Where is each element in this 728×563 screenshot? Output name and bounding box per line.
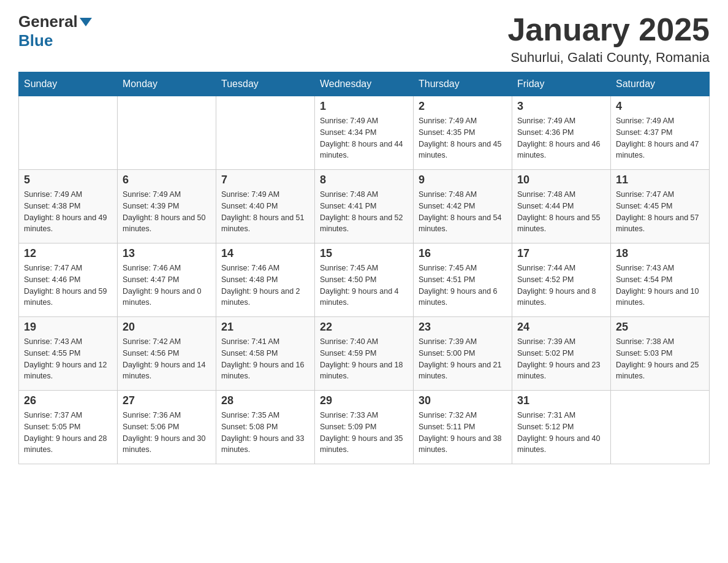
calendar-cell — [118, 96, 216, 170]
calendar-cell: 4Sunrise: 7:49 AM Sunset: 4:37 PM Daylig… — [611, 96, 710, 170]
day-number: 27 — [123, 394, 211, 407]
day-number: 1 — [320, 100, 408, 113]
calendar-week-row: 26Sunrise: 7:37 AM Sunset: 5:05 PM Dayli… — [19, 391, 710, 464]
day-number: 26 — [24, 394, 112, 407]
day-info: Sunrise: 7:44 AM Sunset: 4:52 PM Dayligh… — [517, 262, 605, 308]
day-number: 13 — [123, 247, 211, 260]
day-number: 5 — [24, 174, 112, 186]
location-subtitle: Suhurlui, Galati County, Romania — [507, 50, 710, 66]
logo: General General Blue — [18, 12, 94, 50]
calendar-cell: 28Sunrise: 7:35 AM Sunset: 5:08 PM Dayli… — [216, 391, 315, 464]
calendar-cell: 24Sunrise: 7:39 AM Sunset: 5:02 PM Dayli… — [512, 317, 611, 391]
day-info: Sunrise: 7:41 AM Sunset: 4:58 PM Dayligh… — [221, 336, 309, 382]
calendar-cell: 25Sunrise: 7:38 AM Sunset: 5:03 PM Dayli… — [611, 317, 710, 391]
day-info: Sunrise: 7:49 AM Sunset: 4:36 PM Dayligh… — [517, 115, 605, 161]
calendar-cell: 29Sunrise: 7:33 AM Sunset: 5:09 PM Dayli… — [315, 391, 414, 464]
calendar-cell: 7Sunrise: 7:49 AM Sunset: 4:40 PM Daylig… — [216, 170, 315, 243]
calendar-cell — [19, 96, 118, 170]
day-number: 6 — [123, 174, 211, 186]
day-info: Sunrise: 7:45 AM Sunset: 4:50 PM Dayligh… — [320, 262, 408, 308]
day-number: 8 — [320, 174, 408, 186]
day-info: Sunrise: 7:37 AM Sunset: 5:05 PM Dayligh… — [24, 410, 112, 456]
calendar-cell: 15Sunrise: 7:45 AM Sunset: 4:50 PM Dayli… — [315, 243, 414, 317]
day-info: Sunrise: 7:49 AM Sunset: 4:39 PM Dayligh… — [123, 189, 211, 235]
header: General General Blue January 2025 Suhurl… — [18, 12, 710, 66]
header-day-monday: Monday — [118, 72, 216, 96]
day-info: Sunrise: 7:46 AM Sunset: 4:47 PM Dayligh… — [123, 262, 211, 308]
calendar-cell: 16Sunrise: 7:45 AM Sunset: 4:51 PM Dayli… — [414, 243, 512, 317]
day-info: Sunrise: 7:49 AM Sunset: 4:38 PM Dayligh… — [24, 189, 112, 235]
calendar-cell: 19Sunrise: 7:43 AM Sunset: 4:55 PM Dayli… — [19, 317, 118, 391]
header-day-tuesday: Tuesday — [216, 72, 315, 96]
header-day-saturday: Saturday — [611, 72, 710, 96]
day-info: Sunrise: 7:42 AM Sunset: 4:56 PM Dayligh… — [123, 336, 211, 382]
calendar-cell: 13Sunrise: 7:46 AM Sunset: 4:47 PM Dayli… — [118, 243, 216, 317]
calendar-table: SundayMondayTuesdayWednesdayThursdayFrid… — [18, 72, 710, 464]
day-info: Sunrise: 7:48 AM Sunset: 4:41 PM Dayligh… — [320, 189, 408, 235]
day-number: 3 — [517, 100, 605, 113]
day-info: Sunrise: 7:48 AM Sunset: 4:44 PM Dayligh… — [517, 189, 605, 235]
day-number: 4 — [616, 100, 704, 113]
month-title: January 2025 — [507, 12, 710, 47]
calendar-week-row: 12Sunrise: 7:47 AM Sunset: 4:46 PM Dayli… — [19, 243, 710, 317]
calendar-week-row: 5Sunrise: 7:49 AM Sunset: 4:38 PM Daylig… — [19, 170, 710, 243]
calendar-cell: 12Sunrise: 7:47 AM Sunset: 4:46 PM Dayli… — [19, 243, 118, 317]
day-info: Sunrise: 7:45 AM Sunset: 4:51 PM Dayligh… — [419, 262, 507, 308]
calendar-cell: 22Sunrise: 7:40 AM Sunset: 4:59 PM Dayli… — [315, 317, 414, 391]
day-number: 20 — [123, 321, 211, 334]
calendar-cell: 10Sunrise: 7:48 AM Sunset: 4:44 PM Dayli… — [512, 170, 611, 243]
day-info: Sunrise: 7:49 AM Sunset: 4:34 PM Dayligh… — [320, 115, 408, 161]
day-info: Sunrise: 7:49 AM Sunset: 4:35 PM Dayligh… — [419, 115, 507, 161]
calendar-cell: 27Sunrise: 7:36 AM Sunset: 5:06 PM Dayli… — [118, 391, 216, 464]
day-info: Sunrise: 7:31 AM Sunset: 5:12 PM Dayligh… — [517, 410, 605, 456]
day-info: Sunrise: 7:47 AM Sunset: 4:45 PM Dayligh… — [616, 189, 704, 235]
calendar-cell: 9Sunrise: 7:48 AM Sunset: 4:42 PM Daylig… — [414, 170, 512, 243]
calendar-cell: 30Sunrise: 7:32 AM Sunset: 5:11 PM Dayli… — [414, 391, 512, 464]
day-info: Sunrise: 7:49 AM Sunset: 4:40 PM Dayligh… — [221, 189, 309, 235]
calendar-header-row: SundayMondayTuesdayWednesdayThursdayFrid… — [19, 72, 710, 96]
calendar-cell: 18Sunrise: 7:43 AM Sunset: 4:54 PM Dayli… — [611, 243, 710, 317]
day-info: Sunrise: 7:49 AM Sunset: 4:37 PM Dayligh… — [616, 115, 704, 161]
calendar-cell: 21Sunrise: 7:41 AM Sunset: 4:58 PM Dayli… — [216, 317, 315, 391]
logo-triangle-icon — [80, 18, 92, 26]
logo-blue-text: Blue — [18, 31, 53, 50]
title-area: January 2025 Suhurlui, Galati County, Ro… — [507, 12, 710, 66]
day-number: 21 — [221, 321, 309, 334]
day-number: 28 — [221, 394, 309, 407]
day-number: 2 — [419, 100, 507, 113]
calendar-cell: 26Sunrise: 7:37 AM Sunset: 5:05 PM Dayli… — [19, 391, 118, 464]
day-number: 22 — [320, 321, 408, 334]
calendar-cell — [216, 96, 315, 170]
day-number: 17 — [517, 247, 605, 260]
day-number: 10 — [517, 174, 605, 186]
header-day-wednesday: Wednesday — [315, 72, 414, 96]
calendar-cell: 1Sunrise: 7:49 AM Sunset: 4:34 PM Daylig… — [315, 96, 414, 170]
day-number: 9 — [419, 174, 507, 186]
calendar-cell: 17Sunrise: 7:44 AM Sunset: 4:52 PM Dayli… — [512, 243, 611, 317]
day-info: Sunrise: 7:43 AM Sunset: 4:54 PM Dayligh… — [616, 262, 704, 308]
day-number: 7 — [221, 174, 309, 186]
calendar-cell: 8Sunrise: 7:48 AM Sunset: 4:41 PM Daylig… — [315, 170, 414, 243]
day-info: Sunrise: 7:39 AM Sunset: 5:02 PM Dayligh… — [517, 336, 605, 382]
calendar-cell: 6Sunrise: 7:49 AM Sunset: 4:39 PM Daylig… — [118, 170, 216, 243]
day-number: 14 — [221, 247, 309, 260]
day-info: Sunrise: 7:47 AM Sunset: 4:46 PM Dayligh… — [24, 262, 112, 308]
day-number: 15 — [320, 247, 408, 260]
calendar-cell: 5Sunrise: 7:49 AM Sunset: 4:38 PM Daylig… — [19, 170, 118, 243]
day-info: Sunrise: 7:40 AM Sunset: 4:59 PM Dayligh… — [320, 336, 408, 382]
header-day-sunday: Sunday — [19, 72, 118, 96]
day-info: Sunrise: 7:46 AM Sunset: 4:48 PM Dayligh… — [221, 262, 309, 308]
logo-general-text2: General — [18, 12, 78, 31]
day-info: Sunrise: 7:35 AM Sunset: 5:08 PM Dayligh… — [221, 410, 309, 456]
day-info: Sunrise: 7:43 AM Sunset: 4:55 PM Dayligh… — [24, 336, 112, 382]
header-day-thursday: Thursday — [414, 72, 512, 96]
calendar-cell: 23Sunrise: 7:39 AM Sunset: 5:00 PM Dayli… — [414, 317, 512, 391]
calendar-cell: 20Sunrise: 7:42 AM Sunset: 4:56 PM Dayli… — [118, 317, 216, 391]
calendar-week-row: 19Sunrise: 7:43 AM Sunset: 4:55 PM Dayli… — [19, 317, 710, 391]
day-info: Sunrise: 7:48 AM Sunset: 4:42 PM Dayligh… — [419, 189, 507, 235]
day-number: 12 — [24, 247, 112, 260]
calendar-cell: 11Sunrise: 7:47 AM Sunset: 4:45 PM Dayli… — [611, 170, 710, 243]
day-number: 16 — [419, 247, 507, 260]
day-number: 19 — [24, 321, 112, 334]
header-day-friday: Friday — [512, 72, 611, 96]
